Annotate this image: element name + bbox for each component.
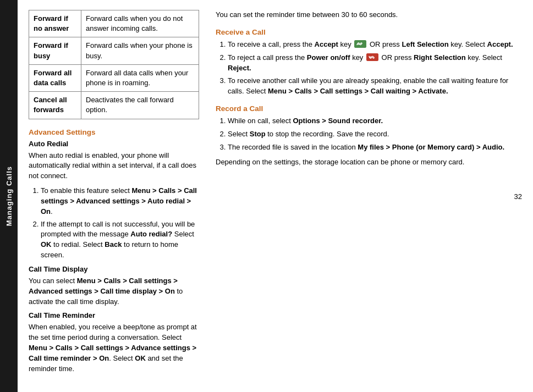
receive-step-3: To receive another call while you are al… <box>228 76 522 97</box>
table-cell-desc: Forward all data calls when your phone i… <box>81 64 199 91</box>
page-number: 32 <box>514 192 522 200</box>
receive-step-1: To receive a call, press the Accept key … <box>228 40 522 50</box>
record-steps-list: While on call, select Options > Sound re… <box>228 116 522 153</box>
call-time-display-heading: Call Time Display <box>29 265 199 273</box>
record-step-2: Select Stop to stop the recording. Save … <box>228 129 522 140</box>
table-cell-label: Forward if busy <box>29 37 81 64</box>
right-column: You can set the reminder time between 30… <box>216 10 522 382</box>
receive-step-2: To reject a call press the Power on/off … <box>228 53 522 74</box>
table-cell-label: Cancel all forwards <box>29 92 81 119</box>
auto-redial-intro: When auto redial is enabled, your phone … <box>29 151 199 182</box>
advanced-settings-heading: Advanced Settings <box>29 128 199 136</box>
sidebar: Managing Calls <box>0 0 18 392</box>
call-time-reminder-text: When enabled, you receive a beep/tone as… <box>29 322 199 374</box>
auto-redial-step-1: To enable this feature select Menu > Cal… <box>41 186 199 217</box>
table-cell-desc: Deactivates the call forward option. <box>81 92 199 119</box>
accept-key-icon <box>354 40 366 48</box>
main-content: Forward if no answer Forward calls when … <box>18 0 533 392</box>
record-step-1: While on call, select Options > Sound re… <box>228 116 522 126</box>
table-cell-label: Forward all data calls <box>29 64 81 91</box>
record-footer: Depending on the settings, the storage l… <box>216 157 522 168</box>
record-heading: Record a Call <box>216 104 522 113</box>
auto-redial-list: To enable this feature select Menu > Cal… <box>41 186 199 261</box>
right-intro: You can set the reminder time between 30… <box>216 10 522 20</box>
receive-steps-list: To receive a call, press the Accept key … <box>228 40 522 97</box>
table-row: Forward if no answer Forward calls when … <box>29 10 199 37</box>
auto-redial-step-2: If the attempt to call is not successful… <box>41 219 199 261</box>
call-time-display-text: You can select Menu > Calls > Call setti… <box>29 276 199 307</box>
left-column: Forward if no answer Forward calls when … <box>29 10 199 382</box>
auto-redial-heading: Auto Redial <box>29 140 199 148</box>
table-row: Forward if busy Forward calls when your … <box>29 37 199 64</box>
reject-key-icon <box>366 53 378 61</box>
table-row: Cancel all forwards Deactivates the call… <box>29 92 199 119</box>
table-cell-desc: Forward calls when your phone is busy. <box>81 37 199 64</box>
record-step-3: The recorded file is saved in the locati… <box>228 142 522 153</box>
receive-heading: Receive a Call <box>216 28 522 36</box>
forward-table: Forward if no answer Forward calls when … <box>29 10 199 119</box>
sidebar-label: Managing Calls <box>5 166 13 226</box>
call-time-reminder-heading: Call Time Reminder <box>29 311 199 319</box>
table-cell-desc: Forward calls when you do not answer inc… <box>81 10 199 37</box>
table-row: Forward all data calls Forward all data … <box>29 64 199 91</box>
table-cell-label: Forward if no answer <box>29 10 81 37</box>
